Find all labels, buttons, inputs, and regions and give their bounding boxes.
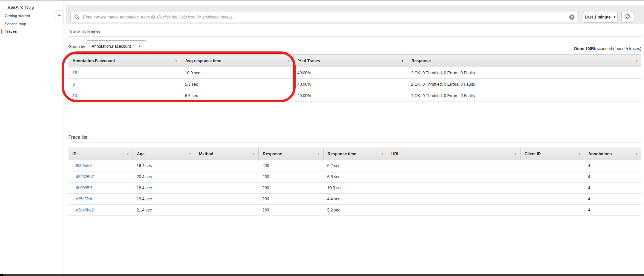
column-header-avg-response-time[interactable]: Avg response time ▼: [181, 55, 293, 67]
trace-overview-heading: Trace overview: [68, 29, 100, 34]
sort-arrow-icon: ▼: [381, 153, 384, 156]
trace-overview-table-header: Annotation.Facecount ▼ Avg response time…: [68, 54, 641, 67]
divider: [68, 142, 641, 143]
sidebar-item-getting-started[interactable]: Getting started: [5, 14, 30, 19]
chevron-down-icon: ▼: [613, 15, 616, 19]
taskbar-divider: [32, 274, 32, 276]
sort-arrow-icon: ▼: [317, 153, 320, 156]
trace-id-link[interactable]: ...482326b7: [72, 174, 94, 179]
sidebar: AWS X-Ray Getting started Service map Tr…: [0, 1, 63, 274]
time-range-button[interactable]: Last 1 minute ▼: [583, 12, 618, 23]
table-row: ...482326b7 20.4 sec 200 6.6 sec 4: [68, 171, 641, 183]
help-icon[interactable]: ?: [569, 14, 575, 20]
trace-overview-table: Annotation.Facecount ▼ Avg response time…: [68, 54, 641, 102]
sort-arrow-icon: ▼: [252, 153, 255, 156]
chevron-down-icon: ▼: [138, 45, 141, 48]
sort-arrow-icon: ▼: [514, 153, 517, 156]
sidebar-collapse-button[interactable]: ◀: [55, 10, 63, 20]
group-by-label: Group by:: [68, 44, 86, 49]
taskbar-strip: [0, 274, 644, 276]
trace-list-heading: Trace list: [68, 134, 87, 140]
trace-list-table-header: ID ▼ Age ▼ Method ▼ Response ▼ Response …: [68, 148, 641, 160]
sort-arrow-icon: ▼: [287, 60, 290, 63]
column-header-annotation-facecount[interactable]: Annotation.Facecount ▼: [68, 55, 181, 67]
trace-list-table: ID ▼ Age ▼ Method ▼ Response ▼ Response …: [68, 148, 641, 216]
column-header-id[interactable]: ID ▼: [68, 148, 133, 160]
scan-percent[interactable]: 100%: [585, 46, 596, 51]
column-header-response-time[interactable]: Response time ▼: [323, 148, 387, 160]
sort-arrow-icon: ▼: [189, 153, 191, 156]
sidebar-item-service-map[interactable]: Service map: [5, 22, 26, 27]
sort-arrow-icon: ▼: [635, 60, 638, 63]
column-header-method[interactable]: Method ▼: [195, 148, 258, 160]
column-header-response[interactable]: Response ▼: [407, 55, 641, 67]
table-row: ...c25c2fcb 19.4 sec 200 4.4 sec 4: [68, 194, 641, 205]
taskbar-segment: [0, 274, 3, 276]
group-by-dropdown[interactable]: Annotation.Facecount ▼: [86, 40, 147, 52]
search-toolbar: ? Last 1 minute ▼: [66, 5, 644, 24]
app-title: AWS X-Ray: [7, 5, 34, 10]
sort-arrow-icon: ▼: [127, 153, 129, 156]
facecount-link[interactable]: 8: [72, 82, 75, 87]
facecount-link[interactable]: 15: [72, 71, 77, 75]
sort-arrow-icon: ▼: [578, 153, 581, 156]
search-box: ?: [70, 12, 578, 22]
search-icon: [74, 14, 80, 22]
column-header-annotations[interactable]: Annotations ▼: [584, 148, 641, 160]
search-input[interactable]: [83, 12, 559, 22]
table-row: ...8b0995f1 18.4 sec 200 10.9 sec 4: [68, 183, 641, 194]
table-row: 8 5.3 sec 40.00% 2 OK, 0 Throttled, 0 Er…: [68, 79, 641, 90]
trace-id-link[interactable]: ...9f894dc9: [72, 163, 92, 168]
column-header-url[interactable]: URL ▼: [387, 148, 520, 160]
scan-found-count[interactable]: (found 5 traces): [613, 46, 641, 51]
table-row: ...9f894dc9 16.4 sec 200 6.2 sec 4: [68, 160, 641, 171]
time-range-label: Last 1 minute: [585, 15, 610, 19]
trace-id-link[interactable]: ...8b0995f1: [72, 186, 93, 190]
refresh-button[interactable]: [621, 12, 634, 23]
active-indicator-bar: [1, 29, 2, 34]
sort-arrow-icon: ▼: [401, 60, 404, 63]
sort-arrow-icon: ▼: [175, 60, 178, 63]
refresh-icon: [625, 13, 631, 21]
scan-done-label: Done: [574, 46, 584, 51]
scan-status: Done 100% scanned (found 5 traces): [574, 46, 641, 51]
divider: [68, 36, 641, 37]
group-by-value: Annotation.Facecount: [92, 44, 131, 49]
column-header-pct-of-traces[interactable]: % of Traces ▼: [293, 55, 407, 67]
column-header-client-ip[interactable]: Client IP ▼: [520, 148, 584, 160]
collapse-left-icon: ◀: [58, 13, 60, 17]
column-header-response[interactable]: Response ▼: [258, 148, 323, 160]
trace-id-link[interactable]: ...c25c2fcb: [72, 197, 92, 201]
scan-scanned-label: scanned: [597, 46, 612, 51]
sidebar-item-traces[interactable]: Traces: [5, 29, 17, 35]
table-row: 15 10.0 sec 40.00% 2 OK, 0 Throttled, 0 …: [68, 67, 641, 79]
trace-id-link[interactable]: ...e3ae9be2: [72, 208, 94, 212]
table-row: 10 6.6 sec 20.00% 1 OK, 0 Throttled, 0 E…: [68, 90, 641, 102]
sort-arrow-icon: ▼: [635, 153, 638, 156]
column-header-age[interactable]: Age ▼: [133, 148, 195, 160]
facecount-link[interactable]: 10: [72, 93, 77, 98]
table-row: ...e3ae9be2 21.4 sec 200 9.2 sec 4: [68, 205, 641, 216]
